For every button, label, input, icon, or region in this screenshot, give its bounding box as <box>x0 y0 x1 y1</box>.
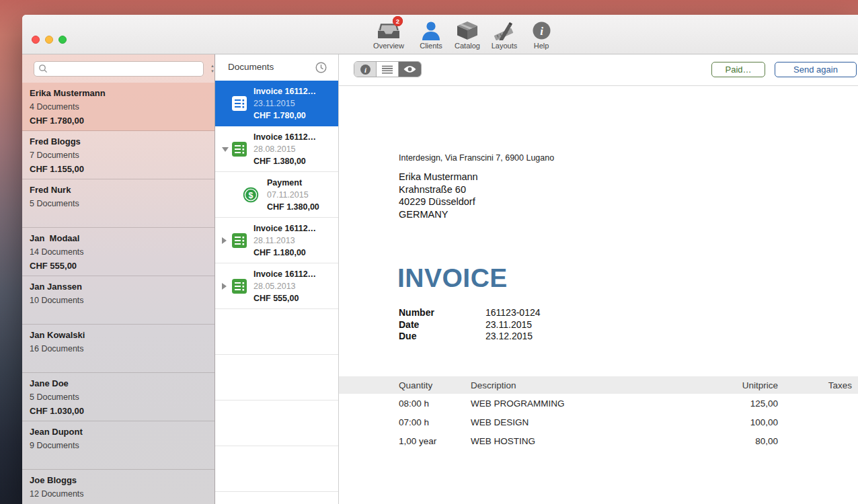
client-doc-count: 16 Documents <box>30 342 209 356</box>
empty-row <box>215 492 338 504</box>
toolbar-item-help[interactable]: i Help <box>522 19 561 52</box>
toolbar-item-clients[interactable]: Clients <box>412 19 451 52</box>
clients-sidebar: ▲▼ Erika Mustermann 4 Documents CHF 1.78… <box>22 54 215 504</box>
minimize-button[interactable] <box>45 36 53 44</box>
client-doc-count: 14 Documents <box>30 245 209 259</box>
client-row-fred-bloggs[interactable]: Fred Bloggs 7 Documents CHF 1.155,00 <box>22 131 214 179</box>
toolbar-item-catalog[interactable]: Catalog <box>448 19 487 52</box>
document-row-invoice[interactable]: Invoice 16112… 28.05.2013 CHF 555,00 <box>215 263 338 309</box>
client-row-jane-doe[interactable]: Jane Doe 5 Documents CHF 1.030,00 <box>22 373 214 421</box>
documents-title: Documents <box>228 62 274 72</box>
document-amount: CHF 1.780,00 <box>254 110 336 122</box>
toolbar-item-overview[interactable]: 2 Overview <box>369 19 408 52</box>
overview-badge: 2 <box>393 16 403 26</box>
meta-label: Date <box>399 319 485 331</box>
col-header-quantity: Quantity <box>399 380 471 390</box>
svg-text:i: i <box>540 25 543 38</box>
client-amount: CHF 555,00 <box>30 259 209 273</box>
toolbar-label: Catalog <box>448 42 487 50</box>
zoom-button[interactable] <box>58 36 67 44</box>
document-title: Invoice 16112… <box>254 131 336 143</box>
col-header-description: Description <box>471 380 711 390</box>
document-row-invoice[interactable]: Invoice 16112… 28.11.2013 CHF 1.180,00 <box>215 218 338 263</box>
meta-value: 23.11.2015 <box>485 319 532 331</box>
client-name: Joe Bloggs <box>30 474 209 487</box>
eye-icon <box>403 65 416 73</box>
recipient-line: 40229 Düsseldorf <box>399 196 478 208</box>
toolbar-item-layouts[interactable]: Layouts <box>485 19 524 52</box>
client-amount: CHF 1.155,00 <box>30 163 209 176</box>
client-row-fred-nurk[interactable]: Fred Nurk 5 Documents <box>22 179 214 228</box>
documents-header: Documents <box>215 54 338 81</box>
tools-icon <box>485 19 524 40</box>
document-title: Invoice 16112… <box>254 222 336 235</box>
cell-quantity: 1,00 year <box>399 436 471 446</box>
search-input[interactable] <box>34 61 204 77</box>
document-row-payment[interactable]: $ Payment 07.11.2015 CHF 1.380,00 <box>215 172 338 218</box>
send-again-button[interactable]: Send again <box>775 62 857 77</box>
invoice-title: INVOICE <box>397 263 508 293</box>
clock-icon[interactable] <box>315 62 327 73</box>
client-row-erika-mustermann[interactable]: Erika Mustermann 4 Documents CHF 1.780,0… <box>22 83 214 131</box>
client-amount: CHF 1.030,00 <box>30 405 209 418</box>
document-title: Invoice 16112… <box>254 268 336 280</box>
client-name: Jan Kowalski <box>30 329 209 342</box>
svg-text:$: $ <box>249 191 254 200</box>
paid-button[interactable]: Paid… <box>711 62 765 77</box>
recipient-line: Krahnstraße 60 <box>399 183 478 196</box>
client-name: Jan Janssen <box>30 280 209 294</box>
segment-info[interactable]: i <box>354 62 377 77</box>
client-doc-count: 5 Documents <box>30 197 209 211</box>
invoice-doc-icon <box>232 279 247 294</box>
client-row-jan-modaal[interactable]: Jan Modaal 14 Documents CHF 555,00 <box>22 228 214 276</box>
client-name: Fred Bloggs <box>30 135 209 149</box>
client-name: Fred Nurk <box>30 183 209 197</box>
client-doc-count: 4 Documents <box>30 100 209 114</box>
client-name: Erika Mustermann <box>30 87 209 100</box>
segment-list[interactable] <box>377 62 399 77</box>
invoice-document: Interdesign, Via Franscini 7, 6900 Lugan… <box>339 86 858 504</box>
search-band: ▲▼ <box>22 54 214 83</box>
document-row-invoice[interactable]: Invoice 16112… 28.08.2015 CHF 1.380,00 <box>215 126 338 172</box>
client-row-joe-bloggs[interactable]: Joe Bloggs 12 Documents <box>22 470 214 504</box>
empty-row <box>215 446 338 492</box>
person-icon <box>412 19 451 40</box>
empty-row <box>215 309 338 355</box>
table-row: 08:00 h WEB PROGRAMMING 125,00 <box>339 394 858 413</box>
table-header-row: Quantity Description Unitprice Taxes <box>339 376 858 394</box>
inbox-tray-icon: 2 <box>369 19 408 40</box>
segment-preview[interactable] <box>399 62 421 77</box>
disclosure-collapsed-icon[interactable] <box>222 237 227 244</box>
document-amount: CHF 1.380,00 <box>267 201 336 213</box>
document-date: 28.05.2013 <box>254 280 336 292</box>
document-date: 28.11.2013 <box>254 235 336 247</box>
close-button[interactable] <box>32 36 40 44</box>
document-date: 28.08.2015 <box>254 143 336 155</box>
meta-label: Due <box>399 331 485 343</box>
client-doc-count: 5 Documents <box>30 390 209 405</box>
document-amount: CHF 555,00 <box>254 292 336 304</box>
meta-label: Number <box>399 307 485 319</box>
invoice-doc-icon <box>232 233 247 248</box>
package-icon <box>448 19 487 40</box>
disclosure-collapsed-icon[interactable] <box>222 283 227 290</box>
client-name: Jan Modaal <box>30 232 209 245</box>
disclosure-expanded-icon[interactable] <box>222 147 229 152</box>
documents-panel: Documents Invoice 16112… 23.11.2015 CHF … <box>215 54 339 504</box>
client-row-jean-dupont[interactable]: Jean Dupont 9 Documents <box>22 421 214 470</box>
recipient-line: GERMANY <box>399 208 478 221</box>
meta-value: 161123-0124 <box>485 307 540 319</box>
cell-quantity: 08:00 h <box>399 398 471 409</box>
cell-quantity: 07:00 h <box>399 417 471 427</box>
document-row-invoice[interactable]: Invoice 16112… 23.11.2015 CHF 1.780,00 <box>215 81 338 126</box>
info-circle-icon: i <box>360 64 371 75</box>
payment-coin-icon: $ <box>243 187 259 203</box>
toolbar-label: Layouts <box>485 42 524 50</box>
cell-unitprice: 80,00 <box>711 436 778 446</box>
client-amount: CHF 1.780,00 <box>30 114 209 128</box>
client-row-jan-kowalski[interactable]: Jan Kowalski 16 Documents <box>22 325 214 373</box>
client-row-jan-janssen[interactable]: Jan Janssen 10 Documents <box>22 276 214 325</box>
cell-description: WEB PROGRAMMING <box>471 398 711 409</box>
toolbar-label: Help <box>522 42 561 50</box>
col-header-taxes: Taxes <box>778 380 852 390</box>
